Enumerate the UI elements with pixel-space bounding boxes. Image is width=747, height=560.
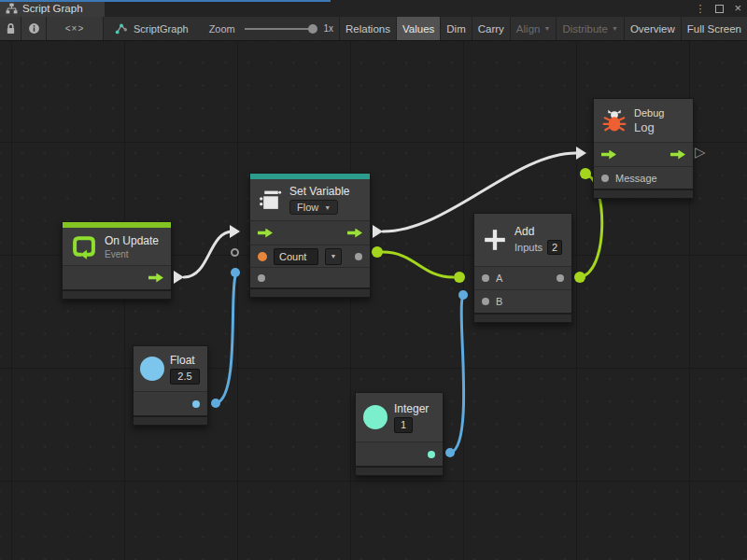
window-menu-icon[interactable]: ⋮ [695,3,705,15]
close-icon[interactable]: × [734,4,741,13]
wire-integer-to-add-b[interactable] [451,299,464,453]
message-label: Message [615,173,657,184]
variable-picker-dropdown[interactable]: ▼ [325,248,342,265]
port-row [250,267,370,287]
node-subtitle: Log [634,120,664,134]
port-row [356,441,443,466]
code-icon: <×> [65,23,85,34]
value-out-port[interactable] [192,400,200,408]
overview-button[interactable]: Overview [625,17,682,40]
align-button[interactable]: Align ▼ [511,17,557,40]
script-graph-icon [115,22,128,35]
graph-toolbar: <×> ScriptGraph Zoom 1x Relations Values… [0,17,747,41]
relations-button[interactable]: Relations [340,17,397,40]
node-set-variable[interactable]: Set Variable Flow ▼ Count ▼ [249,173,371,298]
float-value-input[interactable]: 2.5 [170,369,200,385]
node-float[interactable]: Float 2.5 [133,345,208,426]
lock-icon [6,22,16,35]
zoom-slider-handle[interactable] [308,24,317,34]
full-screen-button[interactable]: Full Screen [682,17,747,40]
input-a-label: A [496,273,502,284]
node-debug-log[interactable]: Debug Log Message [593,98,694,199]
variable-name-port[interactable] [258,252,267,261]
node-footer [594,189,693,198]
lock-button[interactable] [0,17,21,40]
port-row [250,220,370,245]
input-b-label: B [496,296,502,307]
port-row: Count ▼ [250,245,370,267]
code-view-button[interactable]: <×> [47,17,104,40]
node-footer [356,466,443,475]
variable-kind-dropdown[interactable]: Flow ▼ [289,200,338,215]
value-in-port[interactable] [258,274,265,282]
graph-canvas[interactable]: On Update Event Set Va [0,41,747,560]
zoom-slider[interactable] [245,28,317,30]
node-title: Add [514,225,562,238]
result-out-port[interactable] [557,274,564,282]
input-a-port[interactable] [482,274,489,282]
script-graph-window: Script Graph ⋮ × <×> [0,0,747,560]
wire-setvariable-to-add-a[interactable] [383,252,453,277]
values-button[interactable]: Values [397,17,441,40]
wire-float-to-setvariable[interactable] [217,276,235,403]
port-row [134,391,207,415]
flow-endpoint-setvariable-out[interactable] [373,225,383,238]
plus-icon [483,228,507,252]
port-row: A [474,266,571,289]
value-out-port[interactable] [355,253,362,260]
integer-value-input[interactable]: 1 [394,417,413,433]
variable-name-input[interactable]: Count [274,248,318,265]
flow-in-port[interactable] [258,229,273,238]
node-header: Add Inputs 2 [474,214,571,266]
integer-circle-icon [363,405,388,429]
flow-in-port[interactable] [601,150,616,160]
distribute-button[interactable]: Distribute ▼ [557,17,625,40]
graph-breadcrumb[interactable]: ScriptGraph [115,17,189,40]
dim-button[interactable]: Dim [441,17,472,40]
title-bar: Script Graph ⋮ × [0,0,747,17]
node-subtitle: Event [105,249,159,259]
flow-out-port[interactable] [347,229,362,238]
unconnected-flow-indicator: ▷ [695,146,706,159]
value-endpoint-setvariable-out[interactable] [372,246,383,258]
message-in-port[interactable] [601,175,609,182]
wire-onupdate-to-setvariable[interactable] [184,231,233,277]
zoom-label: Zoom [209,23,235,35]
port-row: B [474,289,571,313]
node-on-update[interactable]: On Update Event [62,221,172,300]
flow-out-port[interactable] [148,273,163,283]
chevron-down-icon: ▼ [612,25,618,32]
node-header: Float 2.5 [134,346,207,391]
node-header: Debug Log [594,99,693,142]
info-button[interactable] [21,17,47,40]
value-out-port[interactable] [428,451,435,458]
inputs-count-input[interactable]: 2 [547,240,562,255]
chevron-down-icon: ▼ [331,253,337,259]
unconnected-port-indicator [231,248,239,257]
node-footer [134,415,207,425]
value-endpoint-integer-out[interactable] [445,448,455,457]
value-endpoint-add-out[interactable] [574,272,585,283]
maximize-icon[interactable] [715,5,724,13]
input-b-port[interactable] [482,298,489,305]
carry-button[interactable]: Carry [472,17,511,40]
flow-endpoint-debug-in[interactable] [576,147,586,160]
tab-script-graph[interactable]: Script Graph [0,0,105,17]
node-add[interactable]: Add Inputs 2 A B [473,213,572,323]
flow-out-port[interactable] [670,150,685,160]
node-title: Debug [634,107,664,119]
node-integer[interactable]: Integer 1 [355,392,444,476]
flow-endpoint-setvariable-in[interactable] [230,225,240,238]
value-endpoint-add-b-in[interactable] [458,290,468,300]
loop-icon [71,233,97,259]
value-endpoint-add-a-in[interactable] [454,272,465,283]
node-footer [474,313,571,322]
focus-accent-line [0,0,331,2]
window-controls: ⋮ × [695,0,741,17]
tab-title: Script Graph [22,3,83,14]
value-endpoint-message-in[interactable] [580,168,591,179]
flow-endpoint-onupdate-out[interactable] [174,271,184,284]
value-endpoint-setvariable-in[interactable] [231,268,240,277]
value-endpoint-float-out[interactable] [211,399,220,408]
zoom-value: 1x [323,23,333,34]
